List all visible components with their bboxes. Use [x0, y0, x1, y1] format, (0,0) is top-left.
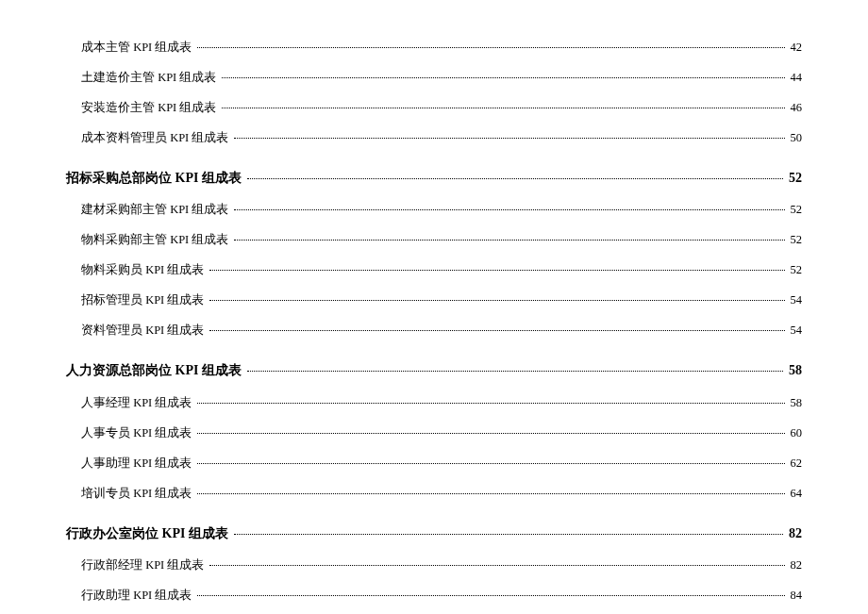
toc-label: 招标采购总部岗位 KPI 组成表 — [66, 168, 245, 189]
toc-dot-leader — [234, 534, 783, 535]
toc-label: 培训专员 KPI 组成表 — [81, 484, 195, 503]
toc-label: 安装造价主管 KPI 组成表 — [81, 98, 220, 117]
toc-dot-leader — [247, 371, 783, 372]
toc-label: 人力资源总部岗位 KPI 组成表 — [66, 360, 245, 381]
toc-dot-leader — [222, 108, 784, 108]
toc-item-entry: 安装造价主管 KPI 组成表46 — [66, 98, 802, 117]
toc-page-number: 54 — [787, 290, 803, 309]
toc-item-entry: 土建造价主管 KPI 组成表44 — [66, 68, 802, 87]
toc-item-entry: 物料采购员 KPI 组成表52 — [66, 260, 802, 279]
toc-item-entry: 建材采购部主管 KPI 组成表52 — [66, 200, 802, 219]
toc-dot-leader — [209, 300, 784, 301]
toc-dot-leader — [197, 47, 784, 48]
toc-dot-leader — [209, 565, 784, 566]
toc-item-entry: 行政部经理 KPI 组成表82 — [66, 556, 802, 574]
toc-item-entry: 培训专员 KPI 组成表64 — [66, 484, 802, 503]
toc-dot-leader — [234, 138, 784, 139]
toc-page-number: 58 — [787, 393, 803, 412]
toc-dot-leader — [209, 270, 784, 271]
toc-page-number: 64 — [787, 484, 803, 503]
toc-item-entry: 招标管理员 KPI 组成表54 — [66, 290, 802, 309]
toc-label: 人事专员 KPI 组成表 — [81, 423, 195, 442]
toc-label: 行政部经理 KPI 组成表 — [81, 556, 208, 574]
toc-page-number: 82 — [787, 556, 803, 574]
toc-label: 招标管理员 KPI 组成表 — [81, 290, 208, 309]
toc-item-entry: 资料管理员 KPI 组成表54 — [66, 321, 802, 340]
toc-item-entry: 人事专员 KPI 组成表60 — [66, 423, 802, 442]
toc-section-entry: 招标采购总部岗位 KPI 组成表52 — [66, 168, 802, 189]
toc-page-number: 52 — [787, 230, 803, 249]
toc-page-number: 46 — [787, 98, 803, 117]
toc-dot-leader — [209, 330, 784, 331]
toc-item-entry: 物料采购部主管 KPI 组成表52 — [66, 230, 802, 249]
toc-dot-leader — [197, 493, 784, 494]
toc-dot-leader — [234, 209, 784, 210]
toc-label: 土建造价主管 KPI 组成表 — [81, 68, 220, 87]
toc-dot-leader — [222, 77, 784, 78]
toc-page-number: 42 — [787, 38, 803, 57]
toc-item-entry: 人事助理 KPI 组成表62 — [66, 454, 802, 473]
toc-page-number: 52 — [785, 168, 802, 189]
toc-dot-leader — [197, 463, 784, 464]
toc-section-entry: 行政办公室岗位 KPI 组成表82 — [66, 523, 802, 544]
toc-dot-leader — [197, 433, 784, 434]
toc-dot-leader — [247, 178, 783, 179]
toc-item-entry: 成本主管 KPI 组成表42 — [66, 38, 802, 57]
toc-page-number: 82 — [785, 523, 802, 544]
toc-label: 成本资料管理员 KPI 组成表 — [81, 128, 232, 147]
toc-section-entry: 人力资源总部岗位 KPI 组成表58 — [66, 360, 802, 381]
toc-page-number: 52 — [787, 200, 803, 219]
toc-item-entry: 人事经理 KPI 组成表58 — [66, 393, 802, 412]
toc-page-number: 84 — [787, 586, 803, 605]
toc-page-number: 60 — [787, 423, 803, 442]
toc-label: 人事助理 KPI 组成表 — [81, 454, 195, 473]
toc-label: 资料管理员 KPI 组成表 — [81, 321, 208, 340]
toc-label: 人事经理 KPI 组成表 — [81, 393, 195, 412]
toc-dot-leader — [234, 240, 784, 241]
toc-label: 物料采购部主管 KPI 组成表 — [81, 230, 232, 249]
toc-page-number: 44 — [787, 68, 803, 87]
toc-label: 物料采购员 KPI 组成表 — [81, 260, 208, 279]
toc-label: 建材采购部主管 KPI 组成表 — [81, 200, 232, 219]
toc-item-entry: 行政助理 KPI 组成表84 — [66, 586, 802, 605]
toc-page-number: 50 — [787, 128, 803, 147]
toc-label: 行政办公室岗位 KPI 组成表 — [66, 523, 232, 544]
toc-dot-leader — [197, 595, 784, 596]
toc-page-number: 54 — [787, 321, 803, 340]
toc-page-number: 52 — [787, 260, 803, 279]
toc-item-entry: 成本资料管理员 KPI 组成表50 — [66, 128, 802, 147]
toc-page-number: 58 — [785, 360, 802, 381]
toc-label: 成本主管 KPI 组成表 — [81, 38, 195, 57]
toc-dot-leader — [197, 403, 784, 404]
table-of-contents: 成本主管 KPI 组成表42土建造价主管 KPI 组成表44安装造价主管 KPI… — [66, 38, 802, 614]
toc-page-number: 62 — [787, 454, 803, 473]
toc-label: 行政助理 KPI 组成表 — [81, 586, 195, 605]
